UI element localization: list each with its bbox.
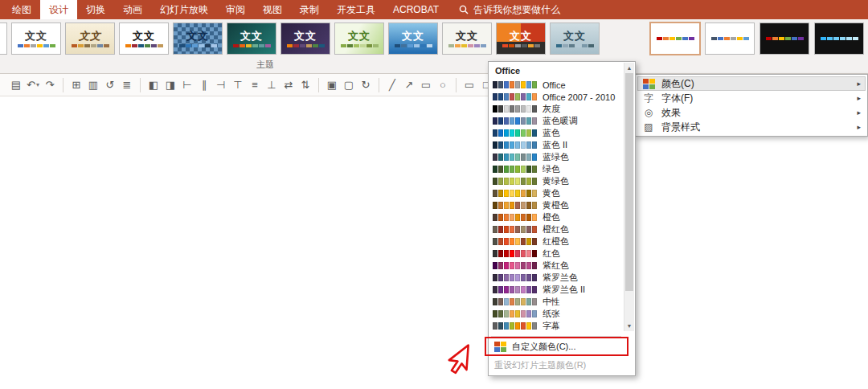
color-scheme-item[interactable]: 灰度 xyxy=(489,103,623,115)
color-scheme-item[interactable]: 字幕 xyxy=(489,320,623,332)
color-swatch xyxy=(474,44,480,47)
menu-item-background-styles[interactable]: ▨背景样式▸ xyxy=(637,120,866,134)
redo-icon[interactable]: ↷ xyxy=(42,77,58,93)
align-left-icon[interactable]: ⊢ xyxy=(179,77,195,93)
color-scheme-item[interactable]: 红橙色 xyxy=(489,235,623,248)
ribbon-tab[interactable]: 设计 xyxy=(40,0,77,19)
theme-thumbnail[interactable]: 文文 xyxy=(334,23,384,55)
send-backward-icon[interactable]: ◨ xyxy=(162,77,178,93)
shape-arrow-icon[interactable]: ↗ xyxy=(401,77,417,93)
theme-thumbnail[interactable]: 文文 xyxy=(442,23,492,55)
ribbon-tab[interactable]: 审阅 xyxy=(217,0,254,19)
align-middle-icon[interactable]: ≡ xyxy=(247,77,263,93)
theme-thumbnail[interactable] xyxy=(0,23,7,55)
color-swatch xyxy=(515,214,520,221)
color-swatch xyxy=(498,141,503,149)
slide-canvas[interactable] xyxy=(0,97,868,389)
save-icon[interactable]: ▤ xyxy=(8,77,24,93)
scroll-up-icon[interactable]: ▲ xyxy=(624,63,634,73)
theme-thumbnail[interactable]: 文文 xyxy=(11,23,61,55)
color-scheme-item[interactable]: 中性 xyxy=(489,296,623,308)
scrollbar-thumb[interactable] xyxy=(625,73,633,291)
slide-layout-icon[interactable]: ▥ xyxy=(85,77,101,93)
align-right-icon[interactable]: ⊣ xyxy=(213,77,229,93)
scheme-name: 橙色 xyxy=(542,211,560,223)
variant-thumbnail[interactable] xyxy=(650,23,700,55)
color-scheme-item[interactable]: 紫红色 xyxy=(489,260,623,272)
color-scheme-item[interactable]: Office xyxy=(489,79,623,91)
ribbon-tab[interactable]: 切换 xyxy=(77,0,114,19)
color-scheme-item[interactable]: 橙红色 xyxy=(489,223,623,235)
undo-icon[interactable]: ↶▾ xyxy=(25,77,41,93)
color-scheme-item[interactable]: 红色 xyxy=(489,248,623,260)
color-swatch xyxy=(125,44,131,47)
shape-rectangle-icon[interactable]: ▭ xyxy=(418,77,434,93)
group-icon[interactable]: ▣ xyxy=(324,77,340,93)
tell-me-search[interactable]: 告诉我你想要做什么 xyxy=(448,0,571,19)
shape-oval-icon[interactable]: ○ xyxy=(435,77,451,93)
ribbon-tab[interactable]: 录制 xyxy=(291,0,328,19)
distribute-vertical-icon[interactable]: ⇅ xyxy=(297,77,313,93)
color-swatch xyxy=(493,226,497,233)
bring-forward-icon[interactable]: ◧ xyxy=(145,77,162,93)
new-slide-icon[interactable]: ⊞ xyxy=(68,77,84,93)
menu-item-fonts[interactable]: 字字体(F)▸ xyxy=(637,91,866,105)
rotate-icon[interactable]: ↻ xyxy=(358,77,374,93)
ribbon-tab[interactable]: 动画 xyxy=(114,0,151,19)
color-scheme-item[interactable]: 绿色 xyxy=(489,163,623,175)
color-scheme-item[interactable]: 橙色 xyxy=(489,211,623,223)
shape-line-icon[interactable]: ╱ xyxy=(384,77,400,93)
ribbon-tab[interactable]: 视图 xyxy=(254,0,291,19)
color-swatch xyxy=(504,129,509,137)
theme-thumbnail[interactable]: 文文 xyxy=(227,23,276,55)
color-swatch xyxy=(498,310,503,317)
color-scheme-item[interactable]: 纸张 xyxy=(489,308,623,320)
color-swatch xyxy=(504,214,509,221)
distribute-horizontal-icon[interactable]: ⇄ xyxy=(280,77,297,93)
reset-slide-icon[interactable]: ↺ xyxy=(102,77,118,93)
variant-thumbnail[interactable] xyxy=(705,23,755,55)
theme-thumbnail[interactable]: 文文 xyxy=(280,23,330,55)
menu-item-colors[interactable]: 颜色(C)▸ xyxy=(637,76,866,91)
section-icon[interactable]: ≣ xyxy=(119,77,135,93)
color-scheme-item[interactable]: 紫罗兰色 xyxy=(489,272,623,284)
color-scheme-item[interactable]: 蓝色暖调 xyxy=(489,115,623,127)
theme-thumbnail[interactable]: 文文 xyxy=(550,23,600,55)
theme-thumbnail[interactable]: 文文 xyxy=(65,23,115,55)
align-bottom-icon[interactable]: ⊥ xyxy=(264,77,280,93)
theme-color-strip xyxy=(72,44,109,47)
color-scheme-item[interactable]: 黄橙色 xyxy=(489,199,623,211)
theme-thumbnail[interactable]: 文文 xyxy=(173,23,223,55)
color-scheme-item[interactable]: 蓝绿色 xyxy=(489,151,623,163)
color-swatch xyxy=(504,250,509,257)
color-scheme-item[interactable]: Office 2007 - 2010 xyxy=(489,91,623,103)
ribbon-tab[interactable]: 幻灯片放映 xyxy=(151,0,217,19)
color-swatch xyxy=(563,44,568,47)
dropdown-scrollbar[interactable]: ▲ ▼ xyxy=(624,63,634,331)
color-swatch xyxy=(18,44,23,47)
scheme-name: Office 2007 - 2010 xyxy=(542,92,615,102)
theme-thumbnail[interactable]: 文文 xyxy=(496,23,546,55)
color-scheme-item[interactable]: 黄绿色 xyxy=(489,175,623,187)
scroll-down-icon[interactable]: ▼ xyxy=(624,321,634,331)
variant-thumbnail[interactable] xyxy=(760,23,809,55)
scrollbar-track[interactable] xyxy=(624,73,634,321)
color-scheme-item[interactable]: 紫罗兰色 II xyxy=(489,284,623,296)
align-top-icon[interactable]: ⊤ xyxy=(230,77,246,93)
theme-thumbnail[interactable]: 文文 xyxy=(119,23,169,55)
rectangle-icon[interactable]: ▭ xyxy=(461,77,477,93)
color-scheme-item[interactable]: 蓝色 xyxy=(489,127,623,139)
ribbon-tabs: 绘图设计切换动画幻灯片放映审阅视图录制开发工具ACROBAT xyxy=(3,0,448,19)
align-center-icon[interactable]: ∥ xyxy=(196,77,212,93)
ribbon-tab[interactable]: ACROBAT xyxy=(384,0,448,19)
ribbon-tab[interactable]: 绘图 xyxy=(3,0,40,19)
color-swatch xyxy=(657,37,662,40)
theme-thumbnail[interactable]: 文文 xyxy=(388,23,438,55)
ungroup-icon[interactable]: ▢ xyxy=(341,77,357,93)
color-swatch xyxy=(521,226,526,233)
menu-item-effects[interactable]: ◎效果▸ xyxy=(637,105,866,120)
color-scheme-item[interactable]: 黄色 xyxy=(489,187,623,199)
ribbon-tab[interactable]: 开发工具 xyxy=(328,0,384,19)
color-scheme-item[interactable]: 蓝色 II xyxy=(489,139,623,151)
variant-thumbnail[interactable] xyxy=(814,23,864,55)
